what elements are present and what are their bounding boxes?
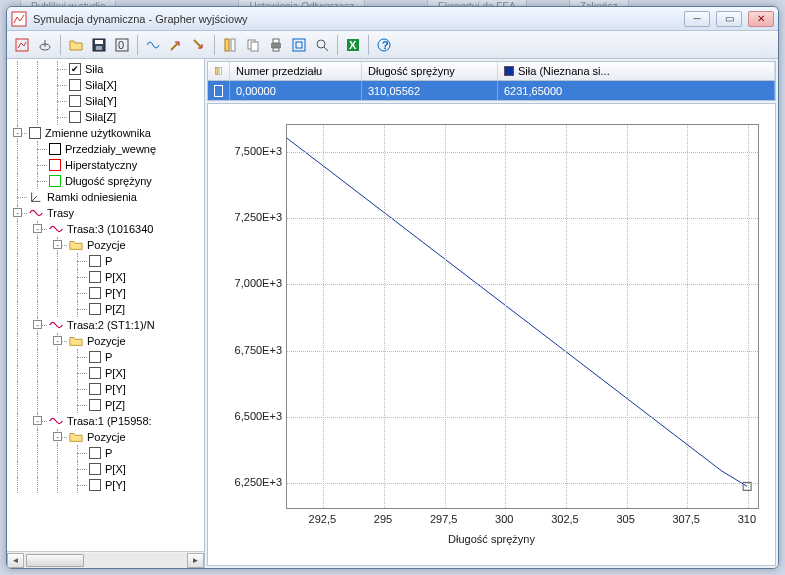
tree-expander[interactable]: - [53, 240, 62, 249]
plot-area[interactable] [286, 124, 759, 509]
tree-item[interactable]: P [9, 253, 202, 269]
tree-item[interactable]: Przedziały_wewnę [9, 141, 202, 157]
tree-checkbox[interactable] [29, 127, 41, 139]
tree-item[interactable]: P[X] [9, 269, 202, 285]
titlebar[interactable]: Symulacja dynamiczna - Grapher wyjściowy… [7, 7, 778, 31]
new-plot-button[interactable] [11, 34, 33, 56]
scroll-right-button[interactable]: ► [187, 553, 204, 568]
variable-tree[interactable]: SiłaSiła[X]Siła[Y]Siła[Z]-Zmienne użytko… [7, 59, 204, 551]
tree-expander[interactable]: - [33, 416, 42, 425]
tree-checkbox[interactable] [89, 479, 101, 491]
close-button[interactable]: ✕ [748, 11, 774, 27]
cell-col2: 310,05562 [362, 81, 498, 100]
minimize-button[interactable]: ─ [684, 11, 710, 27]
horizontal-scrollbar[interactable]: ◄ ► [7, 551, 204, 568]
arrow-out-button[interactable] [165, 34, 187, 56]
scroll-thumb[interactable] [26, 554, 84, 567]
tree-checkbox[interactable] [89, 351, 101, 363]
wave-button[interactable] [142, 34, 164, 56]
tree-item-label: P[Z] [103, 399, 125, 411]
zoom-button[interactable] [311, 34, 333, 56]
tree-expander[interactable]: - [13, 208, 22, 217]
open-button[interactable] [65, 34, 87, 56]
tree-item[interactable]: P[X] [9, 365, 202, 381]
tree-item[interactable]: Ramki odniesienia [9, 189, 202, 205]
tree-item[interactable]: Siła[Z] [9, 109, 202, 125]
tree-item[interactable]: Siła [9, 61, 202, 77]
tree-item[interactable]: Siła[Y] [9, 93, 202, 109]
tree-item[interactable]: -Zmienne użytkownika [9, 125, 202, 141]
excel-export-button[interactable]: X [342, 34, 364, 56]
folder-icon [69, 238, 83, 252]
tree-expander[interactable]: - [33, 224, 42, 233]
tree-item[interactable]: -Trasa:1 (P15958: [9, 413, 202, 429]
print-button[interactable] [265, 34, 287, 56]
svg-rect-16 [296, 42, 302, 48]
row-checkbox[interactable] [214, 85, 223, 97]
column-header-3[interactable]: Siła (Nieznana si... [498, 62, 775, 80]
tree-panel: SiłaSiła[X]Siła[Y]Siła[Z]-Zmienne użytko… [7, 59, 205, 568]
tree-item[interactable]: Długość sprężyny [9, 173, 202, 189]
tree-item-label: Hiperstatyczny [63, 159, 137, 171]
save-button[interactable] [88, 34, 110, 56]
data-grid-header: Numer przedziału Długość sprężyny Siła (… [207, 61, 776, 81]
select-column-button[interactable] [219, 34, 241, 56]
tree-item[interactable]: P[Y] [9, 381, 202, 397]
copy-button[interactable] [242, 34, 264, 56]
tree-expander[interactable]: - [53, 432, 62, 441]
tree-checkbox[interactable] [89, 255, 101, 267]
tree-item[interactable]: P[Y] [9, 285, 202, 301]
tree-checkbox[interactable] [69, 63, 81, 75]
scroll-left-button[interactable]: ◄ [7, 553, 24, 568]
help-button[interactable]: ? [373, 34, 395, 56]
tree-checkbox[interactable] [69, 79, 81, 91]
tree-checkbox[interactable] [89, 287, 101, 299]
tree-item[interactable]: -Pozycje [9, 429, 202, 445]
tree-item[interactable]: -Pozycje [9, 237, 202, 253]
maximize-button[interactable]: ▭ [716, 11, 742, 27]
data-grid-row-selected[interactable]: 0,00000 310,05562 6231,65000 [207, 81, 776, 101]
reset-button[interactable]: 0 [111, 34, 133, 56]
tree-checkbox[interactable] [89, 383, 101, 395]
tree-item[interactable]: Hiperstatyczny [9, 157, 202, 173]
tree-item-label: P [103, 255, 112, 267]
tree-checkbox[interactable] [69, 111, 81, 123]
tree-item[interactable]: P [9, 349, 202, 365]
tree-item[interactable]: P[Z] [9, 397, 202, 413]
tree-expander[interactable]: - [13, 128, 22, 137]
arrow-in-button[interactable] [188, 34, 210, 56]
svg-rect-5 [96, 46, 102, 50]
scroll-track[interactable] [24, 553, 187, 568]
column-header-2[interactable]: Długość sprężyny [362, 62, 498, 80]
tree-checkbox[interactable] [49, 175, 61, 187]
tree-checkbox[interactable] [89, 271, 101, 283]
tree-checkbox[interactable] [89, 367, 101, 379]
tree-item[interactable]: -Pozycje [9, 333, 202, 349]
settings-button[interactable] [288, 34, 310, 56]
tree-expander[interactable]: - [33, 320, 42, 329]
tree-item[interactable]: Siła[X] [9, 77, 202, 93]
tree-item-label: Siła[Y] [83, 95, 117, 107]
tree-checkbox[interactable] [89, 399, 101, 411]
tree-expander[interactable]: - [53, 336, 62, 345]
x-tick-label: 307,5 [672, 513, 700, 525]
y-tick-label: 7,250E+3 [222, 211, 282, 223]
tree-checkbox[interactable] [69, 95, 81, 107]
tree-item[interactable]: -Trasa:3 (1016340 [9, 221, 202, 237]
tree-checkbox[interactable] [89, 447, 101, 459]
tree-checkbox[interactable] [89, 303, 101, 315]
column-header-1[interactable]: Numer przedziału [230, 62, 362, 80]
tree-checkbox[interactable] [49, 143, 61, 155]
tree-item[interactable]: -Trasy [9, 205, 202, 221]
tree-item[interactable]: P[X] [9, 461, 202, 477]
tree-item-label: P[Y] [103, 383, 126, 395]
tree-checkbox[interactable] [89, 463, 101, 475]
chart-area[interactable]: Długość sprężyny 292,5295297,5300302,530… [207, 103, 776, 566]
tree-checkbox[interactable] [49, 159, 61, 171]
tree-item[interactable]: P [9, 445, 202, 461]
tree-item-label: Trasa:3 (1016340 [65, 223, 153, 235]
clear-button[interactable] [34, 34, 56, 56]
tree-item[interactable]: P[Z] [9, 301, 202, 317]
tree-item[interactable]: P[Y] [9, 477, 202, 493]
tree-item[interactable]: -Trasa:2 (ST1:1)/N [9, 317, 202, 333]
